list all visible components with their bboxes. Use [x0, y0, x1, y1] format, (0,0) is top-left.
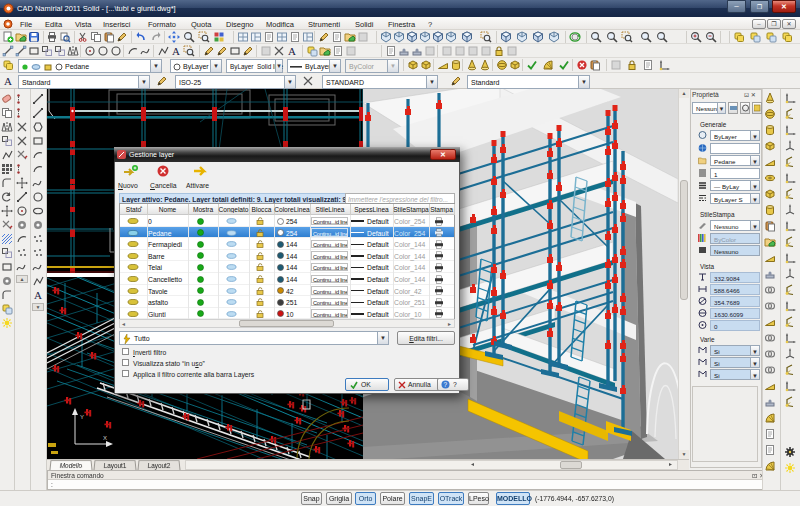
svg-text:A: A [172, 45, 180, 57]
svg-text:A: A [288, 45, 296, 57]
svg-text:A: A [4, 75, 12, 87]
svg-text:?: ? [444, 381, 448, 388]
svg-text:X: X [103, 435, 107, 441]
svg-text:A: A [34, 289, 42, 301]
svg-text:Y: Y [80, 414, 84, 420]
